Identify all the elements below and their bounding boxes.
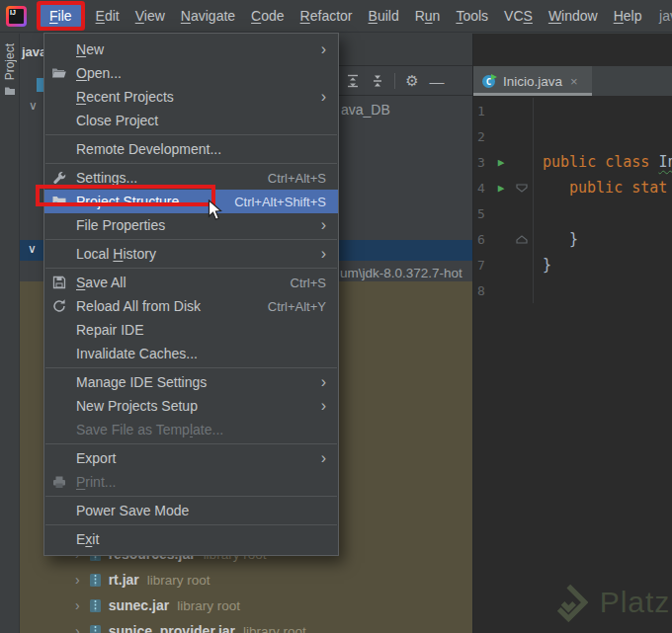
close-tab-icon[interactable]: × <box>570 74 578 89</box>
menu-refactor[interactable]: Refactor <box>293 5 361 27</box>
code-line: 1 <box>473 98 672 123</box>
platzi-watermark: Platzi <box>549 575 672 630</box>
menu-separator <box>45 443 337 444</box>
project-toolwindow-tab[interactable]: Project <box>0 40 20 134</box>
tree-row-sunec-jar[interactable]: › sunec.jar library root <box>43 593 472 618</box>
jar-file-icon <box>89 598 102 613</box>
run-main-icon[interactable]: ▶ <box>491 182 511 195</box>
menu-item-new[interactable]: New › <box>44 38 338 61</box>
code-editor[interactable]: 1 2 3 ▶ public class In 4 ▶ <box>473 96 672 633</box>
menu-item-print: Print... <box>44 470 338 494</box>
code-line: 6 } <box>473 226 672 252</box>
tree-expander-icon[interactable]: ∨ <box>29 99 38 113</box>
line-number: 3 <box>473 155 491 170</box>
refresh-icon <box>51 298 76 314</box>
hide-panel-icon[interactable]: — <box>429 73 445 89</box>
menu-run[interactable]: Run <box>407 5 449 27</box>
collapse-all-icon[interactable] <box>370 73 385 89</box>
expand-all-icon[interactable] <box>345 73 361 89</box>
menu-item-exit[interactable]: Exit <box>44 527 338 551</box>
tree-row-rt-jar[interactable]: › rt.jar library root <box>43 567 472 593</box>
menu-item-recent-projects[interactable]: Recent Projects › <box>44 85 338 109</box>
menu-view[interactable]: View <box>127 5 173 27</box>
svg-text:C: C <box>486 77 491 87</box>
menu-item-file-properties[interactable]: File Properties › <box>44 213 338 237</box>
project-tab-label: Project <box>3 43 17 80</box>
menu-code[interactable]: Code <box>243 5 292 27</box>
menu-separator <box>45 496 337 497</box>
submenu-arrow-icon: › <box>321 399 326 413</box>
project-root-path: ava_DB <box>341 102 390 118</box>
menu-separator <box>45 367 337 368</box>
menu-item-power-save-mode[interactable]: Power Save Mode <box>44 499 338 522</box>
line-number: 7 <box>473 258 491 273</box>
submenu-arrow-icon: › <box>321 247 326 261</box>
tree-expander-icon[interactable]: ∨ <box>28 242 37 256</box>
fold-marker-icon[interactable] <box>511 235 533 244</box>
watermark-text: Platzi <box>600 586 672 619</box>
menu-item-save-file-as-template: Save File as Template... <box>44 418 338 441</box>
menu-item-invalidate-caches[interactable]: Invalidate Caches... <box>44 342 338 365</box>
editor-tabbar: C Inicio.java × <box>473 66 672 96</box>
tab-title: Inicio.java <box>503 74 562 89</box>
submenu-arrow-icon: › <box>321 375 326 389</box>
jar-file-icon <box>89 624 102 633</box>
save-icon <box>51 275 76 290</box>
folder-icon <box>4 86 16 96</box>
menu-file[interactable]: File <box>41 5 81 27</box>
tree-item-name: sunjce_provider.jar <box>109 623 235 633</box>
menu-help[interactable]: Help <box>606 5 650 27</box>
menu-item-local-history[interactable]: Local History › <box>44 242 338 266</box>
tree-item-type: library root <box>177 598 240 613</box>
tree-item-name: sunec.jar <box>109 597 169 613</box>
fold-marker-icon[interactable] <box>511 184 533 193</box>
menu-item-save-all[interactable]: Save All Ctrl+S <box>44 271 338 294</box>
menu-item-reload-all-from-disk[interactable]: Reload All from Disk Ctrl+Alt+Y <box>44 294 338 318</box>
tree-item-name: rt.jar <box>109 572 139 588</box>
line-number: 6 <box>473 232 491 247</box>
menu-item-close-project[interactable]: Close Project <box>44 109 338 132</box>
menu-vcs[interactable]: VCS <box>496 5 541 27</box>
run-class-icon[interactable]: ▶ <box>491 156 511 169</box>
line-number: 2 <box>473 129 491 144</box>
project-structure-icon <box>51 194 76 209</box>
menu-tools[interactable]: Tools <box>448 5 496 27</box>
toolbar-separator <box>394 73 395 89</box>
submenu-arrow-icon: › <box>321 42 326 56</box>
menu-item-manage-ide-settings[interactable]: Manage IDE Settings › <box>44 370 338 394</box>
menu-item-repair-ide[interactable]: Repair IDE <box>44 318 338 342</box>
editor-region: C Inicio.java × 1 2 3 ▶ <box>472 34 672 633</box>
menu-separator <box>45 524 337 525</box>
tree-item-type: library root <box>243 624 306 633</box>
menu-item-project-structure[interactable]: Project Structure... Ctrl+Alt+Shift+S <box>44 190 338 213</box>
menu-navigate[interactable]: Navigate <box>173 5 243 27</box>
tab-inicio-java[interactable]: C Inicio.java × <box>473 66 592 96</box>
jar-file-icon <box>89 573 102 588</box>
menu-item-settings[interactable]: Settings... Ctrl+Alt+S <box>44 166 338 190</box>
menu-item-open[interactable]: Open... <box>44 61 338 85</box>
menu-item-remote-development[interactable]: Remote Development... <box>44 137 338 161</box>
toolwindow-strip: Project <box>0 34 20 633</box>
chevron-right-icon[interactable]: › <box>75 623 80 633</box>
code-line: 2 <box>473 123 672 149</box>
code-line: 7 } <box>473 252 672 277</box>
printer-icon <box>51 474 76 490</box>
tree-row-sunjce-provider-jar[interactable]: › sunjce_provider.jar library root <box>43 618 472 633</box>
submenu-arrow-icon: › <box>321 218 326 232</box>
java-class-icon: C <box>481 73 497 89</box>
intellij-logo-icon: IJ <box>6 6 27 27</box>
jdk-path-text: um\jdk-8.0.372.7-hot <box>340 266 472 280</box>
menu-build[interactable]: Build <box>361 5 407 27</box>
gear-icon[interactable]: ⚙ <box>404 73 420 89</box>
menubar: IJ File Edit View Navigate Code Refactor… <box>0 0 672 33</box>
menu-item-export[interactable]: Export › <box>44 446 338 470</box>
project-panel-toolbar: ⚙ — <box>339 67 472 96</box>
menu-window[interactable]: Window <box>541 5 606 27</box>
chevron-right-icon[interactable]: › <box>75 597 80 613</box>
titlebar-project-text: jav <box>659 8 672 24</box>
chevron-right-icon[interactable]: › <box>75 572 80 588</box>
menu-edit[interactable]: Edit <box>88 5 127 27</box>
menu-item-new-projects-setup[interactable]: New Projects Setup › <box>44 394 338 418</box>
code-line: 4 ▶ public stat <box>473 175 672 200</box>
code-line: 5 <box>473 200 672 226</box>
